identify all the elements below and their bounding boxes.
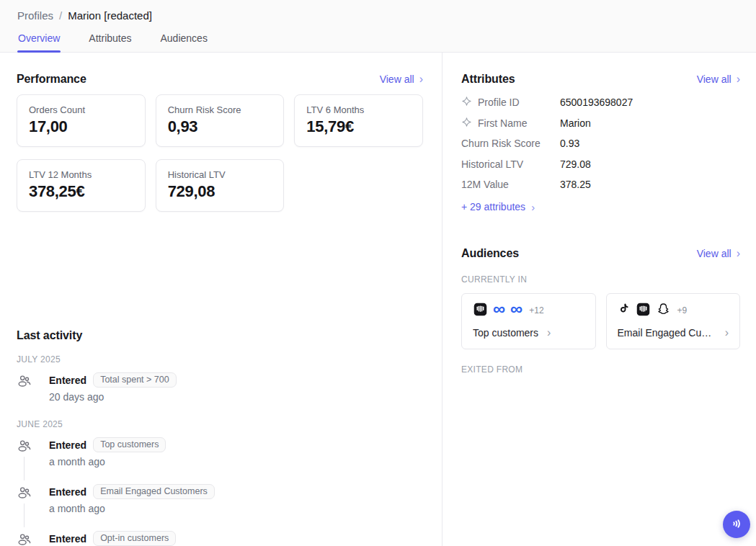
stat-card-ltv-6m: LTV 6 Months 15,79€	[294, 94, 423, 147]
attr-value: 0.93	[560, 138, 579, 149]
users-icon	[17, 373, 32, 392]
right-column: Attributes View all › Profile ID 6500193…	[443, 53, 756, 546]
diamond-icon	[461, 117, 472, 130]
stat-value: 17,00	[29, 117, 133, 136]
activity-event: Entered Email Engaged Customers a month …	[17, 484, 423, 514]
tab-audiences[interactable]: Audiences	[160, 31, 208, 53]
activity-event: Entered Total spent > 700 20 days ago	[17, 372, 423, 403]
diamond-icon	[461, 96, 472, 109]
attr-value: 729.08	[560, 158, 591, 170]
attr-row-churn-risk: Churn Risk Score 0.93	[461, 133, 740, 154]
stat-label: Churn Risk Score	[168, 104, 272, 115]
stat-value: 729,08	[168, 182, 272, 201]
activity-event: Entered Opt-in customers	[17, 531, 423, 546]
breadcrumb: Profiles / Marion [redacted]	[0, 0, 756, 22]
event-audience-badge[interactable]: Total spent > 700	[93, 372, 177, 388]
stat-value: 15,79€	[306, 117, 411, 136]
attr-row-historical-ltv: Historical LTV 729.08	[461, 154, 740, 175]
tab-overview[interactable]: Overview	[17, 31, 61, 53]
sound-waves-icon	[729, 516, 744, 534]
currently-in-label: CURRENTLY IN	[461, 274, 740, 285]
month-label: JULY 2025	[17, 354, 423, 364]
attributes-title: Attributes	[461, 73, 515, 86]
stat-label: LTV 6 Months	[306, 104, 411, 115]
performance-view-all-link[interactable]: View all ›	[380, 73, 423, 85]
chevron-right-icon: ›	[531, 201, 535, 213]
attr-value: 378.25	[560, 179, 591, 190]
meta-icon: ∞	[510, 302, 522, 316]
breadcrumb-separator: /	[59, 9, 62, 22]
audience-name: Email Engaged Custo...	[618, 327, 716, 339]
event-time: 20 days ago	[49, 391, 423, 403]
performance-title: Performance	[17, 73, 86, 86]
stat-label: Orders Count	[29, 104, 133, 115]
audience-name: Top customers	[473, 327, 538, 339]
attr-row-profile-id: Profile ID 6500193698027	[461, 92, 740, 113]
left-column: Performance View all › Orders Count 17,0…	[0, 53, 443, 546]
stat-card-orders-count: Orders Count 17,00	[17, 94, 146, 147]
stat-card-historical-ltv: Historical LTV 729,08	[156, 159, 285, 212]
audience-cards: ∞ ∞ +12 Top customers ›	[461, 293, 740, 349]
event-group-june: Entered Top customers a month ago	[17, 437, 423, 546]
attr-value: 6500193698027	[560, 97, 633, 108]
exited-from-label: EXITED FROM	[461, 364, 740, 375]
chevron-right-icon: ›	[725, 327, 729, 339]
event-time: a month ago	[49, 456, 423, 467]
audience-card-top-customers[interactable]: ∞ ∞ +12 Top customers ›	[461, 293, 596, 349]
stat-value: 378,25€	[29, 182, 133, 201]
users-icon	[17, 438, 32, 457]
audience-card-email-engaged[interactable]: +9 Email Engaged Custo... ›	[606, 293, 741, 349]
meta-icon: ∞	[493, 302, 505, 316]
performance-cards: Orders Count 17,00 Churn Risk Score 0,93…	[17, 94, 423, 212]
attr-row-first-name: First Name Marion	[461, 113, 740, 134]
extra-destinations-count: +9	[677, 305, 688, 315]
attr-value: Marion	[560, 117, 591, 129]
users-icon	[17, 532, 32, 546]
stat-card-churn-risk: Churn Risk Score 0,93	[156, 94, 285, 147]
stat-label: LTV 12 Months	[29, 169, 133, 180]
messenger-launcher-button[interactable]	[723, 511, 750, 538]
event-action: Entered	[49, 533, 86, 545]
last-activity-title: Last activity	[17, 329, 423, 342]
attribute-rows: Profile ID 6500193698027 First Name Mari…	[461, 92, 740, 195]
event-audience-badge[interactable]: Top customers	[93, 437, 166, 452]
attr-label: Churn Risk Score	[461, 138, 541, 149]
page-header: Profiles / Marion [redacted] Overview At…	[0, 0, 756, 53]
activity-event: Entered Top customers a month ago	[17, 437, 423, 467]
breadcrumb-profiles-link[interactable]: Profiles	[17, 9, 53, 22]
users-icon	[17, 485, 32, 504]
audiences-title: Audiences	[461, 247, 519, 260]
event-audience-badge[interactable]: Opt-in customers	[93, 531, 176, 546]
audiences-section: Audiences View all › CURRENTLY IN	[461, 247, 740, 375]
stat-label: Historical LTV	[168, 169, 272, 180]
event-action: Entered	[49, 486, 86, 498]
attr-label: Profile ID	[478, 97, 520, 108]
extra-destinations-count: +12	[529, 305, 543, 315]
profile-tabs: Overview Attributes Audiences	[17, 31, 756, 53]
attr-label: 12M Value	[461, 179, 509, 190]
chevron-right-icon: ›	[419, 73, 423, 85]
event-action: Entered	[49, 439, 86, 451]
event-audience-badge[interactable]: Email Engaged Customers	[93, 484, 215, 499]
snapchat-icon	[656, 302, 671, 320]
intercom-icon	[473, 302, 488, 320]
chevron-right-icon: ›	[737, 248, 740, 259]
attr-label: First Name	[478, 117, 527, 129]
attributes-view-all-link[interactable]: View all ›	[697, 73, 740, 85]
event-action: Entered	[49, 375, 86, 386]
intercom-icon	[636, 302, 651, 320]
attr-row-12m-value: 12M Value 378.25	[461, 174, 740, 195]
event-time: a month ago	[49, 503, 423, 514]
stat-card-ltv-12m: LTV 12 Months 378,25€	[17, 159, 146, 212]
tab-attributes[interactable]: Attributes	[88, 31, 132, 53]
audiences-view-all-link[interactable]: View all ›	[697, 248, 740, 259]
stat-value: 0,93	[168, 117, 272, 136]
month-label: JUNE 2025	[17, 419, 423, 429]
breadcrumb-current-profile: Marion [redacted]	[68, 9, 152, 22]
tiktok-icon	[618, 303, 631, 318]
chevron-right-icon: ›	[737, 73, 740, 85]
chevron-right-icon: ›	[547, 327, 551, 339]
more-attributes-link[interactable]: + 29 attributes ›	[461, 201, 740, 213]
attr-label: Historical LTV	[461, 158, 523, 170]
last-activity-section: Last activity JULY 2025 Entered Total sp…	[17, 329, 423, 546]
